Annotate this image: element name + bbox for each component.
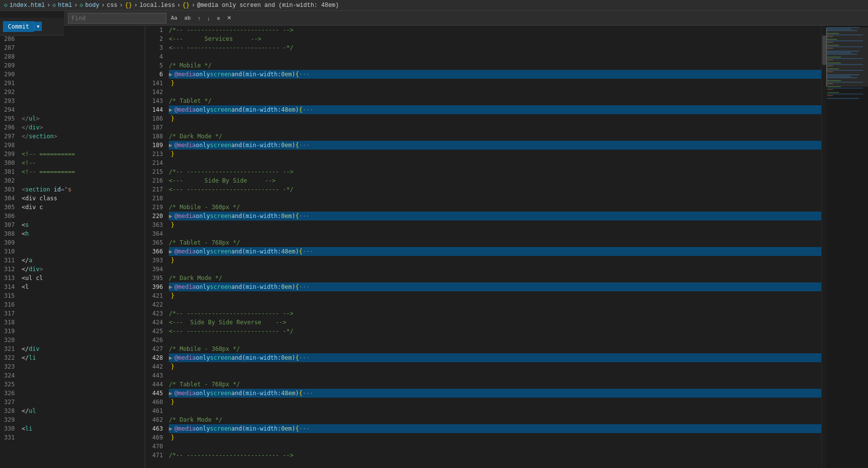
code-line: /*-- -------------------------- --> <box>169 167 821 176</box>
line-num: 6 <box>149 70 163 79</box>
code-line <box>22 398 145 406</box>
line-num: 292 <box>4 88 18 96</box>
line-num: 301 <box>4 167 18 176</box>
css-editor-panel: 1 2 3 4 5 6 141 142 143 144 186 187 188 … <box>145 26 868 468</box>
line-num: 365 <box>149 238 163 247</box>
editor-container: 285 286 287 288 289 290 291 292 293 294 … <box>0 26 868 468</box>
code-line-highlighted: ▶ @media only screen and ( min-width : 4… <box>169 105 821 114</box>
line-num: 213 <box>149 150 163 158</box>
code-line <box>169 158 821 167</box>
prev-match-button[interactable]: ↑ <box>195 13 203 24</box>
line-num: 460 <box>149 398 163 406</box>
line-num: 443 <box>149 371 163 380</box>
html-editor-panel: 285 286 287 288 289 290 291 292 293 294 … <box>0 26 145 468</box>
breadcrumb-css[interactable]: css <box>107 2 118 9</box>
code-line-highlighted: ▶ @media only screen and ( min-width : 0… <box>169 141 821 150</box>
match-word-button[interactable]: ab <box>182 13 193 24</box>
breadcrumb-html-icon2: ◇ <box>52 1 56 9</box>
fold-arrow[interactable]: ▶ <box>169 212 172 220</box>
line-num: 324 <box>4 371 18 380</box>
breadcrumb-brace2: {} <box>183 2 190 9</box>
line-num: 395 <box>149 274 163 282</box>
breadcrumb-index-html[interactable]: index.html <box>9 2 45 9</box>
minimap <box>826 26 868 468</box>
line-num: 2 <box>149 34 163 43</box>
code-line: /*-- -------------------------- --> <box>169 26 821 34</box>
line-num: 294 <box>4 105 18 114</box>
line-num: 143 <box>149 96 163 105</box>
fold-arrow[interactable]: ▶ <box>169 141 172 150</box>
line-num: 325 <box>4 380 18 389</box>
line-num: 144 <box>149 105 163 114</box>
code-line: <!-- ========== <box>22 150 145 158</box>
minimap-viewport[interactable] <box>826 28 868 87</box>
scrollbar[interactable] <box>821 26 826 468</box>
line-num: 393 <box>149 256 163 265</box>
fold-arrow[interactable]: ▶ <box>169 247 172 256</box>
code-line: /*-- -------------------------- --> <box>169 309 821 318</box>
line-num: 291 <box>4 79 18 88</box>
code-line: <l <box>22 282 145 291</box>
line-num: 218 <box>149 194 163 203</box>
code-line-highlighted: ▶ @media only screen and ( min-width : 0… <box>169 212 821 220</box>
line-num: 316 <box>4 300 18 309</box>
code-line: <div class <box>22 194 145 203</box>
code-line: <--- -------------------------- -*/ <box>169 327 821 336</box>
fold-arrow[interactable]: ▶ <box>169 282 172 291</box>
commit-button[interactable]: Commit <box>3 21 34 32</box>
match-case-button[interactable]: Aa <box>168 13 180 24</box>
line-num: 471 <box>149 451 163 460</box>
find-options-button[interactable]: ≡ <box>215 13 223 24</box>
line-num: 331 <box>4 433 18 442</box>
line-num: 315 <box>4 291 18 300</box>
line-num: 317 <box>4 309 18 318</box>
fold-arrow[interactable]: ▶ <box>169 353 172 362</box>
line-num: 318 <box>4 318 18 327</box>
scrollbar-thumb[interactable] <box>822 35 826 65</box>
breadcrumb-sep-2: › <box>74 2 78 9</box>
line-num: 288 <box>4 52 18 61</box>
line-num: 312 <box>4 265 18 274</box>
line-num: 394 <box>149 265 163 274</box>
code-line: <h <box>22 229 145 238</box>
line-num: 427 <box>149 344 163 353</box>
code-line: <s <box>22 220 145 229</box>
fold-arrow[interactable]: ▶ <box>169 105 172 114</box>
code-line: /* Dark Mode */ <box>169 415 821 424</box>
find-input[interactable] <box>68 13 166 24</box>
line-num: 302 <box>4 176 18 185</box>
commit-dropdown-button[interactable]: ▾ <box>34 22 42 31</box>
code-line <box>22 88 145 96</box>
code-line <box>22 212 145 220</box>
code-line-highlighted: ▶ @media only screen and ( min-width : 0… <box>169 353 821 362</box>
line-num: 323 <box>4 362 18 371</box>
code-line <box>22 105 145 114</box>
code-line: /* Tablet - 768px */ <box>169 238 821 247</box>
code-line <box>22 318 145 327</box>
fold-arrow[interactable]: ▶ <box>169 424 172 433</box>
line-num: 422 <box>149 300 163 309</box>
gutter <box>0 26 4 468</box>
line-num: 314 <box>4 282 18 291</box>
breadcrumb-html[interactable]: html <box>58 2 72 9</box>
code-line <box>22 380 145 389</box>
code-line <box>22 362 145 371</box>
code-line: } <box>169 398 821 406</box>
line-num: 216 <box>149 176 163 185</box>
fold-arrow[interactable]: ▶ <box>169 389 172 398</box>
code-line-highlighted: ▶ @media only screen and ( min-width : 4… <box>169 389 821 398</box>
code-line: <li <box>22 424 145 433</box>
breadcrumb-html-icon: ◇ <box>4 1 7 9</box>
line-num: 141 <box>149 79 163 88</box>
code-line <box>22 433 145 442</box>
next-match-button[interactable]: ↓ <box>205 13 213 24</box>
breadcrumb-sep-6: › <box>177 2 180 9</box>
close-find-button[interactable]: ✕ <box>225 13 234 24</box>
fold-arrow[interactable]: ▶ <box>169 70 172 79</box>
code-line: /* Dark Mode */ <box>169 132 821 141</box>
code-line <box>169 300 821 309</box>
breadcrumb-lessfile[interactable]: local.less <box>139 2 175 9</box>
code-line: <!-- <box>22 158 145 167</box>
breadcrumb-body[interactable]: body <box>85 2 99 9</box>
line-num: 364 <box>149 229 163 238</box>
